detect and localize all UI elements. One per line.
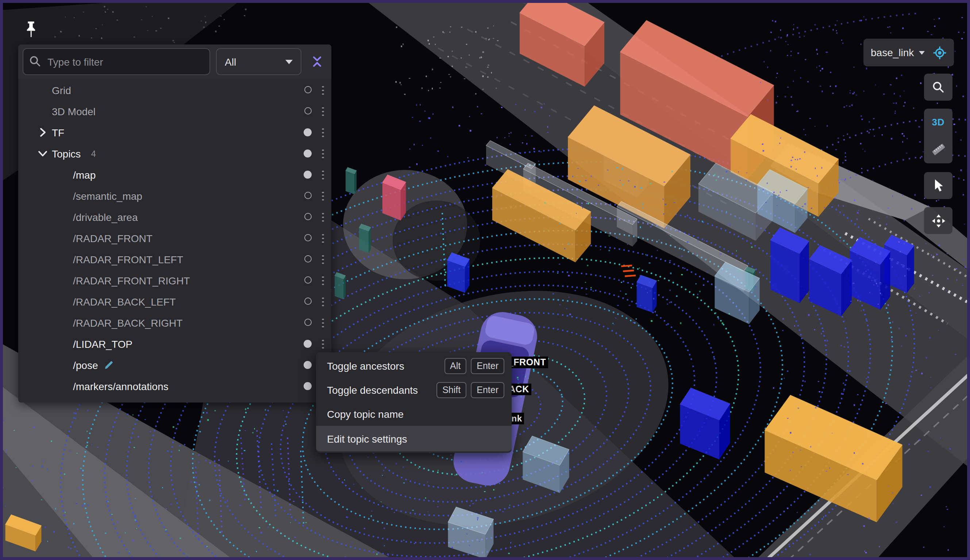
chevron-icon[interactable] [37,127,48,138]
ruler-icon [930,142,946,158]
visibility-toggle[interactable] [304,107,312,115]
visibility-toggle[interactable] [304,171,312,178]
visibility-toggle[interactable] [304,86,312,93]
view-mode-group: 3D [924,108,952,163]
crosshair-icon[interactable] [933,45,947,60]
more-options-icon[interactable] [318,338,328,350]
visibility-toggle[interactable] [304,255,312,262]
more-options-icon[interactable] [318,317,328,329]
keyboard-key: Enter [471,358,504,374]
tree-row[interactable]: 3D Model [18,101,331,122]
context-menu-item[interactable]: Edit topic settings [316,426,512,452]
viewport-toolbar: 3D [924,73,952,234]
tree-row[interactable]: /pose [18,354,331,375]
tree-row[interactable]: /RADAR_FRONT_LEFT [18,248,331,270]
measure-button[interactable] [924,136,952,163]
filter-type-value: All [225,56,236,67]
tree-row[interactable]: /drivable_area [18,207,331,228]
visibility-toggle[interactable] [304,340,312,348]
display-frame-selector[interactable]: base_link [863,38,954,67]
keyboard-key: Alt [444,358,467,374]
visibility-toggle[interactable] [304,298,312,305]
topic-filter-panel: All Grid 3D Model TF [18,45,331,402]
tree-row[interactable]: /RADAR_FRONT [18,228,331,248]
visibility-toggle[interactable] [304,150,312,158]
chevron-icon[interactable] [37,148,48,159]
more-options-icon[interactable] [318,233,328,244]
context-menu-item[interactable]: Toggle descendants ShiftEnter [316,378,512,402]
scene-search-button[interactable] [924,73,952,101]
cursor-icon [932,178,945,192]
visibility-toggle[interactable] [304,234,312,242]
display-frame-value: base_link [871,47,914,58]
view-3d-button[interactable]: 3D [924,108,952,136]
more-options-icon[interactable] [318,212,328,223]
filter-bar: All [18,45,331,79]
app-window: CAM_FRONTCAM_BACKbase_link All [0,0,970,560]
search-input[interactable] [23,48,210,75]
topic-context-menu: Toggle ancestors AltEnter Toggle descend… [316,352,512,453]
tree-row[interactable]: TF [18,122,331,143]
collapse-all-button[interactable] [307,49,326,74]
visibility-toggle[interactable] [304,128,312,137]
filter-type-dropdown[interactable]: All [216,48,301,75]
select-tool-button[interactable] [924,172,952,199]
tree-row[interactable]: Grid [18,80,331,101]
tree-row[interactable]: /RADAR_BACK_LEFT [18,291,331,312]
tree-row[interactable]: /map [18,164,331,185]
search-icon [29,55,41,67]
search-icon [932,81,945,93]
chevron-down-icon [285,60,293,64]
more-options-icon[interactable] [318,275,328,287]
visibility-toggle[interactable] [304,361,312,369]
visibility-toggle[interactable] [304,318,312,326]
chevron-down-icon [919,51,925,54]
keyboard-key: Shift [436,382,467,398]
tree-row[interactable]: /markers/annotations [18,375,331,397]
visibility-toggle[interactable] [304,382,312,390]
tree-row[interactable]: /semantic_map [18,185,331,207]
tree-row[interactable]: /RADAR_FRONT_RIGHT [18,270,331,291]
more-options-icon[interactable] [318,254,328,265]
more-options-icon[interactable] [318,127,328,138]
visibility-toggle[interactable] [304,213,312,220]
visibility-toggle[interactable] [304,277,312,283]
more-options-icon[interactable] [318,85,328,96]
move-icon [931,213,945,228]
pan-tool-button[interactable] [924,207,952,234]
topic-tree: Grid 3D Model TF Topics 4 /map /semantic… [18,79,331,397]
tree-row[interactable]: /LIDAR_TOP [18,333,331,354]
keyboard-key: Enter [471,382,504,398]
tree-row[interactable]: Topics 4 [18,143,331,164]
context-menu-item[interactable]: Copy topic name [316,402,512,426]
pin-icon[interactable] [25,21,37,41]
collapse-all-icon [311,55,322,68]
tree-row[interactable]: /RADAR_BACK_RIGHT [18,312,331,333]
more-options-icon[interactable] [318,169,328,181]
visibility-toggle[interactable] [304,192,312,199]
3d-mode-label: 3D [932,117,945,128]
more-options-icon[interactable] [318,190,328,202]
context-menu-item[interactable]: Toggle ancestors AltEnter [316,353,512,378]
more-options-icon[interactable] [318,296,328,308]
more-options-icon[interactable] [318,106,328,117]
more-options-icon[interactable] [318,148,328,160]
pencil-icon[interactable] [105,360,114,370]
